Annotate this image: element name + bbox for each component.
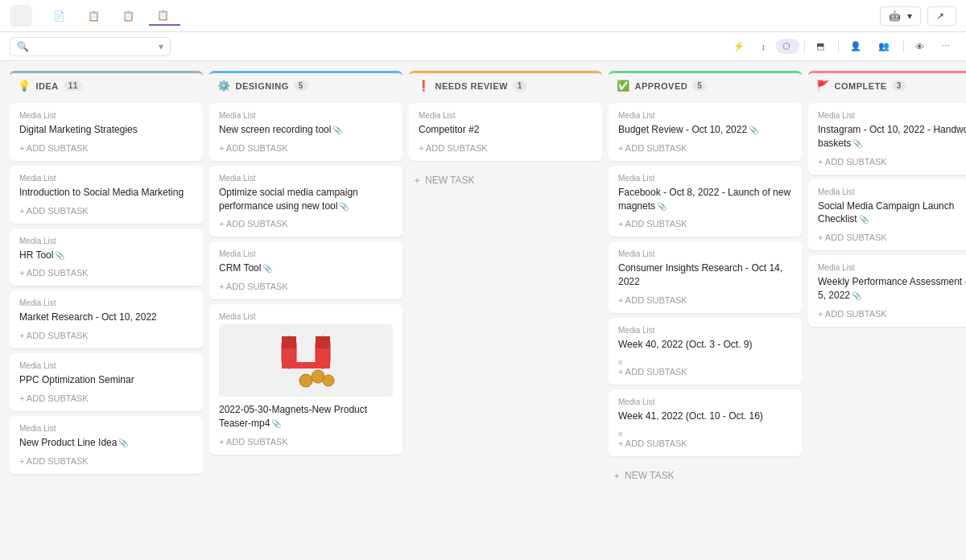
me-button[interactable]: 👤 [844, 39, 870, 54]
card-idea-2[interactable]: Media List HR Tool📎 + ADD SUBTASK [10, 229, 203, 286]
column-icon-needs-review: ❗ [417, 80, 431, 92]
card-approved-4[interactable]: Media List Week 41, 2022 (Oct. 10 - Oct.… [609, 389, 802, 456]
card-source-designing-2: Media List [219, 249, 393, 258]
automate-icon: 🤖 [889, 10, 901, 22]
column-count-designing: 5 [294, 80, 308, 91]
assignees-button[interactable]: 👥 [872, 39, 898, 54]
card-source-approved-0: Media List [618, 111, 792, 120]
add-subtask-button-designing-3[interactable]: + ADD SUBTASK [219, 437, 393, 447]
card-source-needs-review-0: Media List [419, 111, 592, 120]
tab-media-board[interactable]: 📋 [114, 7, 146, 25]
automate-button[interactable]: 🤖 ▾ [880, 6, 921, 26]
column-header-needs-review: ❗ NEEDS REVIEW 1 [409, 71, 602, 98]
column-icon-designing: ⚙️ [217, 80, 231, 92]
share-button[interactable]: ↗ [927, 6, 956, 26]
card-title-approved-2: Consumer Insights Research - Oct 14, 202… [618, 261, 792, 289]
add-task-button-approved[interactable]: ＋NEW TASK [609, 464, 802, 488]
card-source-approved-3: Media List [618, 326, 792, 335]
card-designing-3[interactable]: Media List 2022-05-30-Magnets-New Produc… [209, 304, 402, 455]
add-subtask-button-approved-1[interactable]: + ADD SUBTASK [618, 219, 792, 229]
column-approved: ✅ APPROVED 5 Media List Budget Review - … [609, 71, 802, 550]
add-subtask-button-idea-1[interactable]: + ADD SUBTASK [19, 206, 193, 216]
column-label-designing: DESIGNING [236, 81, 289, 91]
card-approved-3[interactable]: Media List Week 40, 2022 (Oct. 3 - Oct. … [609, 318, 802, 385]
clip-icon-approved-1: 📎 [657, 202, 667, 211]
clip-icon-designing-0: 📎 [332, 126, 342, 134]
card-source-complete-2: Media List [818, 263, 966, 272]
card-approved-1[interactable]: Media List Facebook - Oct 8, 2022 - Laun… [609, 166, 802, 237]
card-idea-3[interactable]: Media List Market Research - Oct 10, 202… [10, 290, 203, 348]
column-needs-review: ❗ NEEDS REVIEW 1 Media List Competitor #… [409, 71, 602, 550]
card-source-complete-0: Media List [818, 111, 966, 120]
card-complete-1[interactable]: Media List Social Media Campaign Launch … [808, 179, 966, 251]
cards-container-designing: Media List New screen recording tool📎 + … [209, 103, 402, 550]
toolbar-divider [804, 40, 805, 53]
card-complete-2[interactable]: Media List Weekly Performance Assessment… [808, 255, 966, 327]
sort-icon: ↕ [762, 42, 766, 51]
card-source-idea-3: Media List [19, 299, 193, 307]
card-idea-5[interactable]: Media List New Product Line Idea📎 + ADD … [10, 416, 203, 474]
column-icon-idea: 💡 [18, 80, 31, 92]
card-approved-0[interactable]: Media List Budget Review - Oct 10, 2022📎… [609, 103, 802, 161]
add-task-button-needs-review[interactable]: ＋NEW TASK [409, 169, 602, 192]
card-approved-2[interactable]: Media List Consumer Insights Research - … [609, 241, 802, 313]
card-source-complete-1: Media List [818, 187, 966, 196]
add-subtask-button-idea-4[interactable]: + ADD SUBTASK [19, 393, 193, 403]
card-title-idea-5: New Product Line Idea📎 [19, 436, 193, 450]
tab-getting-started[interactable]: 📄 [45, 7, 76, 25]
svg-rect-3 [316, 336, 330, 348]
add-subtask-button-designing-1[interactable]: + ADD SUBTASK [219, 219, 393, 229]
week-icon-approved-3: ≡ [618, 358, 792, 367]
toolbar-divider-2 [838, 40, 839, 53]
card-idea-1[interactable]: Media List Introduction to Social Media … [10, 166, 203, 224]
card-designing-2[interactable]: Media List CRM Tool📎 + ADD SUBTASK [209, 241, 402, 299]
tab-media-process[interactable]: 📋 [149, 6, 180, 26]
add-subtask-button-idea-3[interactable]: + ADD SUBTASK [19, 331, 193, 340]
column-icon-complete: 🚩 [816, 80, 830, 92]
card-idea-4[interactable]: Media List PPC Optimization Seminar + AD… [10, 353, 203, 411]
card-complete-0[interactable]: Media List Instagram - Oct 10, 2022 - Ha… [808, 103, 966, 175]
sort-by-button[interactable]: ↕ [755, 39, 775, 54]
tab-media-list[interactable]: 📋 [80, 7, 111, 25]
column-count-idea: 11 [64, 80, 83, 91]
card-idea-0[interactable]: Media List Digital Marketing Strategies … [10, 103, 203, 161]
card-source-approved-1: Media List [618, 174, 792, 183]
search-box[interactable]: 🔍 ▾ [10, 37, 171, 56]
more-button[interactable]: ⋯ [935, 39, 956, 54]
add-subtask-button-idea-5[interactable]: + ADD SUBTASK [19, 456, 193, 466]
add-subtask-button-idea-2[interactable]: + ADD SUBTASK [19, 268, 193, 278]
add-subtask-button-needs-review-0[interactable]: + ADD SUBTASK [419, 143, 592, 153]
svg-point-5 [299, 374, 312, 387]
add-subtask-button-approved-0[interactable]: + ADD SUBTASK [618, 143, 792, 153]
show-icon: 👁 [915, 42, 924, 51]
add-subtask-button-designing-0[interactable]: + ADD SUBTASK [219, 143, 393, 153]
column-label-approved: APPROVED [635, 81, 688, 91]
tab-add-view[interactable] [184, 13, 200, 19]
subtasks-button[interactable]: ⬒ [810, 39, 833, 54]
column-count-complete: 3 [892, 80, 906, 91]
add-subtask-button-approved-3[interactable]: + ADD SUBTASK [618, 367, 792, 377]
group-by-button[interactable]: ⬡ [776, 39, 799, 54]
card-source-idea-5: Media List [19, 424, 193, 433]
plus-icon-approved: ＋ [612, 469, 621, 483]
group-icon: ⬡ [782, 41, 791, 51]
add-subtask-button-approved-4[interactable]: + ADD SUBTASK [618, 439, 792, 448]
column-label-needs-review: NEEDS REVIEW [436, 81, 508, 91]
add-subtask-button-complete-0[interactable]: + ADD SUBTASK [818, 157, 966, 167]
app-icon [10, 5, 32, 27]
chevron-down-icon: ▾ [907, 10, 912, 22]
add-subtask-button-approved-2[interactable]: + ADD SUBTASK [618, 295, 792, 305]
card-source-idea-4: Media List [19, 361, 193, 370]
filter-button[interactable]: ⚡ [727, 39, 753, 54]
card-designing-1[interactable]: Media List Optimize social media campaig… [209, 166, 402, 237]
card-needs-review-0[interactable]: Media List Competitor #2 + ADD SUBTASK [409, 103, 602, 161]
card-title-designing-1: Optimize social media campaign performan… [219, 186, 393, 213]
card-title-complete-1: Social Media Campaign Launch Checklist📎 [818, 200, 966, 227]
card-source-approved-2: Media List [618, 249, 792, 258]
add-subtask-button-complete-1[interactable]: + ADD SUBTASK [818, 233, 966, 242]
add-subtask-button-complete-2[interactable]: + ADD SUBTASK [818, 309, 966, 319]
show-button[interactable]: 👁 [909, 39, 933, 54]
add-subtask-button-designing-2[interactable]: + ADD SUBTASK [219, 282, 393, 291]
card-designing-0[interactable]: Media List New screen recording tool📎 + … [209, 103, 402, 161]
add-subtask-button-idea-0[interactable]: + ADD SUBTASK [19, 143, 193, 153]
